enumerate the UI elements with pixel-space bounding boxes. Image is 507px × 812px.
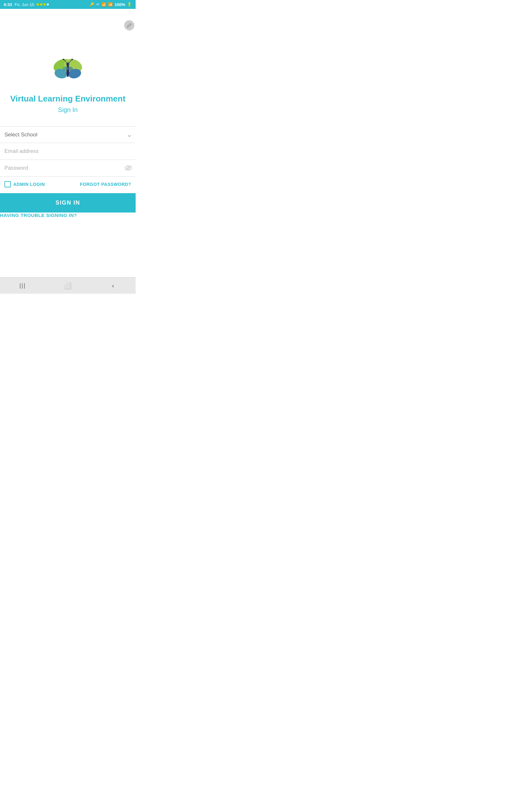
- sign-in-button[interactable]: SIGN IN: [0, 193, 135, 212]
- password-input[interactable]: [0, 160, 135, 177]
- form-section: Select School ⌵ ADMIN LOGIN FORGOT: [0, 126, 135, 218]
- nav-back-button[interactable]: ‹: [107, 280, 119, 292]
- nav-menu-button[interactable]: |||: [16, 280, 29, 292]
- signal-icon: 📶: [108, 2, 113, 7]
- admin-checkbox[interactable]: [4, 181, 11, 188]
- app-title: Virtual Learning Environment: [10, 94, 125, 104]
- status-left: 6:33 Fri, Jun 10: [4, 2, 49, 7]
- admin-login-text: ADMIN LOGIN: [13, 182, 45, 187]
- trouble-signing-in-link[interactable]: HAVING TROUBLE SIGNING IN?: [0, 212, 77, 218]
- indicator-dot-4: [47, 3, 49, 5]
- edit-button[interactable]: [124, 20, 134, 31]
- admin-login-label[interactable]: ADMIN LOGIN: [4, 181, 45, 188]
- email-input[interactable]: [0, 143, 135, 160]
- battery-percent: 100%: [115, 2, 125, 7]
- butterfly-logo: [50, 53, 85, 88]
- status-right: 🔑 ✏ 📶 📶 100% 🔋: [90, 2, 132, 7]
- eye-icon[interactable]: [125, 165, 132, 172]
- school-select[interactable]: Select School: [0, 126, 135, 143]
- nav-home-button[interactable]: ⬜: [61, 280, 74, 292]
- indicator-dot-1: [37, 3, 39, 6]
- sign-in-subtitle: Sign In: [58, 106, 78, 113]
- key-icon: 🔑: [90, 2, 95, 7]
- status-date: Fri, Jun 10: [14, 2, 34, 7]
- svg-point-8: [63, 59, 64, 60]
- school-select-wrapper[interactable]: Select School ⌵: [0, 126, 135, 143]
- forgot-password-link[interactable]: FORGOT PASSWORD?: [80, 182, 131, 187]
- status-time: 6:33: [4, 2, 12, 7]
- battery-icon: 🔋: [127, 2, 132, 7]
- status-bar: 6:33 Fri, Jun 10 🔑 ✏ 📶 📶 100% 🔋: [0, 0, 135, 9]
- home-icon: ⬜: [64, 282, 72, 290]
- menu-icon: |||: [19, 282, 26, 289]
- password-wrapper: [0, 160, 135, 177]
- svg-point-9: [71, 59, 73, 60]
- main-content: Virtual Learning Environment Sign In Sel…: [0, 9, 135, 277]
- bottom-nav: ||| ⬜ ‹: [0, 277, 135, 294]
- logo-section: Virtual Learning Environment Sign In: [10, 53, 125, 120]
- svg-point-4: [66, 64, 69, 77]
- status-indicators: [37, 3, 49, 6]
- options-row: ADMIN LOGIN FORGOT PASSWORD?: [0, 177, 135, 192]
- back-icon: ‹: [112, 282, 114, 289]
- indicator-dot-2: [40, 3, 43, 6]
- wifi-icon: 📶: [101, 2, 106, 7]
- indicator-dot-3: [43, 3, 46, 6]
- edit-icon: ✏: [96, 2, 100, 7]
